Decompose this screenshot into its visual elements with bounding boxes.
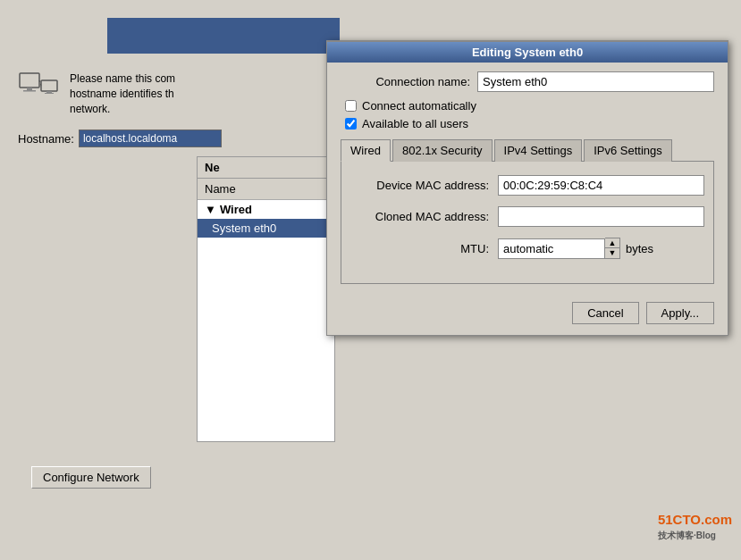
network-panel-title: Ne <box>198 157 334 179</box>
cancel-button[interactable]: Cancel <box>572 302 638 324</box>
svg-rect-3 <box>41 80 57 91</box>
available-users-row: Available to all users <box>341 117 714 130</box>
dialog-title: Editing System eth0 <box>334 46 720 59</box>
tabs-container: Wired 802.1x Security IPv4 Settings IPv6… <box>341 139 714 162</box>
connect-auto-row: Connect automatically <box>341 99 714 113</box>
connection-name-label: Connection name: <box>341 75 470 88</box>
device-mac-row: Device MAC address: <box>350 175 704 196</box>
mtu-input-wrap: ▲ ▼ bytes <box>498 238 653 259</box>
svg-rect-2 <box>23 90 36 92</box>
hostname-row: Hostname: <box>18 130 313 147</box>
svg-rect-1 <box>27 88 32 90</box>
wired-tab-content: Device MAC address: Cloned MAC address: … <box>341 161 714 284</box>
tab-802-1x-security[interactable]: 802.1x Security <box>392 139 493 162</box>
mtu-unit-label: bytes <box>626 242 653 255</box>
available-users-checkbox[interactable] <box>345 118 357 130</box>
available-users-label: Available to all users <box>362 117 468 130</box>
hostname-section: Please name this com hostname identifies… <box>18 71 313 116</box>
connect-auto-label: Connect automatically <box>362 99 476 113</box>
mtu-input[interactable] <box>498 238 605 259</box>
configure-network-button[interactable]: Configure Network <box>31 466 151 489</box>
tab-wired[interactable]: Wired <box>341 139 391 162</box>
tab-ipv4-settings[interactable]: IPv4 Settings <box>494 139 583 162</box>
network-icon <box>18 71 61 107</box>
svg-rect-0 <box>20 73 39 88</box>
watermark: 51CTO.com 技术博客·Blog <box>658 512 732 542</box>
network-list-panel: Ne Name ▼Wired System eth0 <box>197 156 335 442</box>
mtu-label: MTU: <box>350 242 489 255</box>
hostname-label: Hostname: <box>18 132 74 146</box>
cloned-mac-label: Cloned MAC address: <box>350 210 489 223</box>
top-bar <box>107 18 340 54</box>
dialog-titlebar: Editing System eth0 <box>327 42 728 63</box>
connection-name-row: Connection name: <box>341 71 714 92</box>
mtu-spin-up-button[interactable]: ▲ <box>605 238 619 248</box>
mtu-spinner: ▲ ▼ <box>605 238 620 259</box>
tab-ipv6-settings[interactable]: IPv6 Settings <box>584 139 672 162</box>
cloned-mac-row: Cloned MAC address: <box>350 206 704 227</box>
svg-rect-4 <box>46 91 52 93</box>
device-mac-label: Device MAC address: <box>350 179 489 192</box>
editing-dialog: Editing System eth0 Connection name: Con… <box>326 40 728 336</box>
apply-button[interactable]: Apply... <box>646 302 714 324</box>
connection-name-input[interactable] <box>477 71 714 92</box>
mtu-row: MTU: ▲ ▼ bytes <box>350 238 704 259</box>
network-group-wired: ▼Wired <box>198 200 334 219</box>
device-mac-input[interactable] <box>498 175 704 196</box>
network-item-system-eth0[interactable]: System eth0 <box>198 219 334 238</box>
mtu-spin-down-button[interactable]: ▼ <box>605 248 619 258</box>
cloned-mac-input[interactable] <box>498 206 704 227</box>
watermark-main: 51CTO.com <box>658 512 732 527</box>
connect-auto-checkbox[interactable] <box>345 100 357 112</box>
expand-arrow-icon: ▼ <box>205 203 216 216</box>
network-col-header: Name <box>198 179 334 200</box>
hostname-input[interactable] <box>79 130 222 147</box>
watermark-sub: 技术博客·Blog <box>658 531 716 540</box>
dialog-body: Connection name: Connect automatically A… <box>327 63 728 293</box>
dialog-buttons: Cancel Apply... <box>327 293 728 335</box>
svg-rect-5 <box>45 93 54 94</box>
description-text: Please name this com hostname identifies… <box>70 71 175 116</box>
